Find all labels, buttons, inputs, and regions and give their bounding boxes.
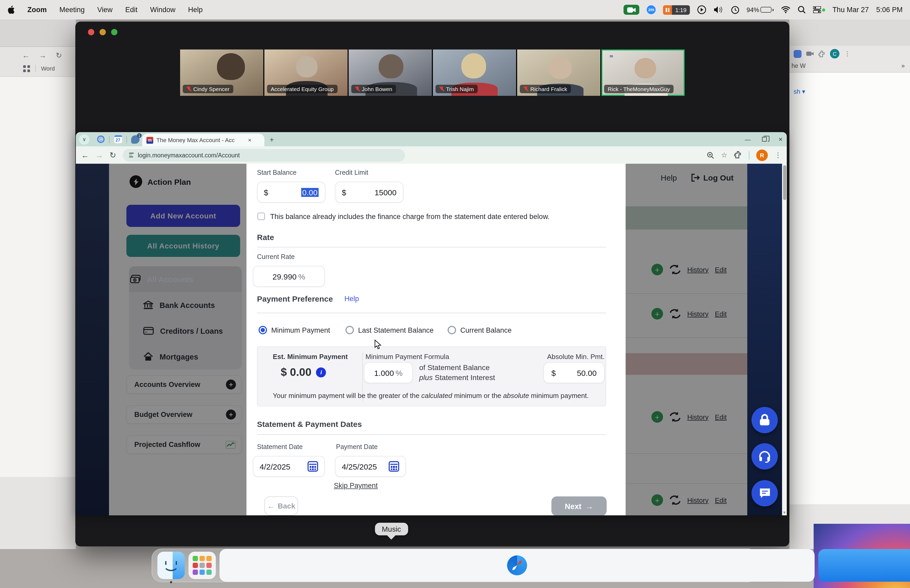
scrollbar-thumb[interactable] [783, 165, 786, 200]
status-play-icon[interactable] [697, 5, 706, 14]
battery-indicator[interactable]: 94% [747, 6, 773, 13]
new-tab-button[interactable]: + [270, 135, 274, 144]
payment-preference-help-link[interactable]: Help [344, 295, 359, 303]
forward-icon: → [39, 51, 46, 60]
browser-forward-button[interactable]: → [95, 150, 103, 160]
dock: 8 ? 617 tv ♪ 6A 1 zoom [152, 549, 759, 582]
spotlight-search-icon[interactable] [798, 6, 805, 14]
statement-payment-dates-heading: Statement & Payment Dates [257, 420, 362, 428]
statement-date-input[interactable]: 4/2/2025 [253, 456, 325, 477]
current-rate-label: Current Rate [257, 253, 295, 260]
skip-payment-link[interactable]: Skip Payment [334, 482, 378, 489]
status-volume-icon[interactable] [713, 6, 723, 14]
credit-limit-value: 15000 [375, 188, 396, 197]
status-camera-icon[interactable] [624, 5, 639, 15]
browser-menu-icon[interactable]: ⋮ [775, 151, 782, 159]
start-balance-value: 0.00 [301, 188, 318, 197]
credit-limit-input[interactable]: $ 15000 [335, 182, 403, 203]
current-rate-input[interactable]: 29.990% [253, 266, 325, 287]
radio-dot-icon [259, 326, 267, 334]
window-minimize-button[interactable] [100, 29, 106, 35]
dock-safari-icon[interactable] [220, 549, 815, 582]
finance-charge-checkbox[interactable] [257, 213, 265, 220]
pinned-tab-calendar[interactable]: 27 [113, 134, 123, 144]
status-zoom-icon[interactable]: zm [647, 5, 656, 14]
pinned-tab-notifications[interactable]: 1 [131, 134, 140, 144]
radio-last-statement-balance[interactable]: Last Statement Balance [346, 326, 434, 334]
zoom-page-icon[interactable] [707, 151, 714, 159]
status-recents-icon[interactable] [731, 5, 739, 14]
back-button[interactable]: ← Back [264, 496, 298, 515]
wifi-icon[interactable] [781, 6, 790, 13]
participant-tile[interactable]: Cindy Spencer [180, 50, 263, 96]
pinned-tab-circle[interactable]: C [96, 134, 105, 144]
lock-icon [759, 414, 771, 426]
running-indicator [170, 581, 172, 583]
chrome-close-button[interactable]: × [779, 135, 782, 143]
menu-meeting[interactable]: Meeting [60, 6, 85, 14]
absolute-min-pmt-input[interactable]: $50.00 [543, 362, 605, 383]
tab-strip: ∨ C 27 1 m The Money Max Account - Acc ×… [76, 132, 787, 146]
browser-reload-button[interactable]: ↻ [110, 150, 116, 160]
support-button[interactable] [752, 443, 778, 470]
minimum-payment-note: Your minimum payment will be the greater… [273, 392, 599, 399]
control-center-icon[interactable] [813, 6, 825, 13]
page-scrollbar[interactable]: ▼ [782, 164, 787, 515]
chat-icon [759, 488, 771, 499]
recording-timer[interactable]: 1:19 [663, 5, 690, 15]
chrome-minimize-button[interactable]: — [745, 136, 751, 142]
dock-launchpad-icon[interactable] [189, 552, 216, 579]
menu-help[interactable]: Help [188, 6, 203, 14]
menu-window[interactable]: Window [150, 6, 175, 14]
participant-tile[interactable]: Accelerated Equity Group [264, 50, 348, 96]
payment-date-input[interactable]: 4/25/2025 [335, 456, 406, 477]
participant-tile-active-speaker[interactable]: m Rick - TheMoneyMaxGuy [601, 50, 685, 96]
camera-icon [806, 50, 814, 57]
tab-title: The Money Max Account - Acc [157, 137, 245, 143]
address-bar[interactable]: login.moneymaxaccount.com/Account [123, 149, 405, 162]
browser-profile-avatar[interactable]: R [756, 149, 768, 161]
apps-grid-icon [23, 65, 30, 72]
start-balance-input[interactable]: $ 0.00 [257, 182, 325, 203]
bookmark-star-icon[interactable]: ☆ [721, 151, 727, 159]
window-zoom-button[interactable] [111, 29, 118, 35]
back-icon: ← [22, 51, 29, 60]
mic-muted-icon [355, 86, 360, 92]
dock-mail-icon[interactable]: 8 [818, 549, 910, 582]
calendar-icon[interactable] [307, 461, 318, 472]
participant-tile[interactable]: Richard Fralick [517, 50, 600, 96]
next-button[interactable]: Next → [551, 496, 607, 515]
dock-finder-icon[interactable] [157, 552, 185, 579]
browser-back-button[interactable]: ← [81, 150, 89, 160]
participant-name-pill: Accelerated Equity Group [267, 85, 337, 93]
puzzle-icon [818, 50, 825, 57]
est-minimum-payment-label: Est. Minimum Payment [273, 353, 348, 360]
bookmark-label: Word [41, 65, 55, 72]
tab-search-button[interactable]: ∨ [79, 134, 89, 144]
url-text: login.moneymaxaccount.com/Account [138, 152, 239, 158]
site-info-icon[interactable] [129, 153, 134, 157]
participant-strip: Cindy Spencer Accelerated Equity Group J… [180, 50, 685, 96]
participant-tile[interactable]: Trish Najim [433, 50, 516, 96]
participant-tile[interactable]: John Bowen [349, 50, 432, 96]
radio-minimum-payment[interactable]: Minimum Payment [259, 326, 330, 334]
calendar-icon[interactable] [389, 461, 399, 472]
page-content: Action Plan Add New Account All Account … [76, 164, 787, 515]
radio-current-balance[interactable]: Current Balance [448, 326, 512, 334]
chrome-restore-button[interactable] [762, 137, 767, 142]
extensions-icon[interactable] [734, 151, 742, 159]
info-icon[interactable]: i [316, 367, 326, 377]
menu-bar-date[interactable]: Thu Mar 27 [832, 6, 869, 14]
security-lock-button[interactable] [752, 407, 778, 433]
chat-button[interactable] [752, 480, 778, 506]
apple-logo-icon[interactable] [7, 5, 15, 14]
window-close-button[interactable] [88, 29, 94, 35]
notification-badge: 1 [137, 133, 142, 138]
menu-view[interactable]: View [97, 6, 113, 14]
menu-edit[interactable]: Edit [125, 6, 138, 14]
tab-close-icon[interactable]: × [248, 137, 251, 143]
menu-app-name[interactable]: Zoom [27, 6, 47, 14]
active-tab[interactable]: m The Money Max Account - Acc × [142, 134, 264, 146]
menu-bar-time[interactable]: 5:06 PM [876, 6, 903, 14]
formula-percent-input[interactable]: 1.000% [364, 362, 413, 383]
